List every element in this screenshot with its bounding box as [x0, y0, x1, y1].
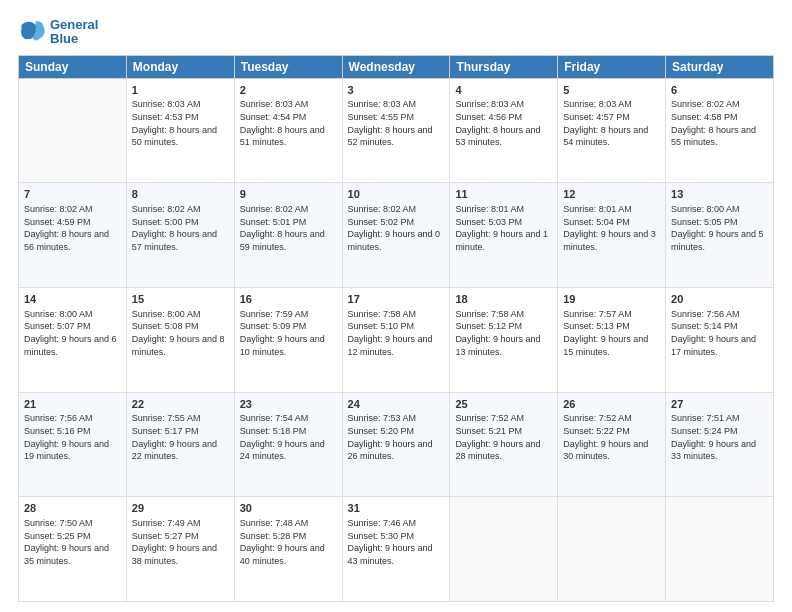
- calendar-cell: [558, 497, 666, 602]
- calendar-cell: 29Sunrise: 7:49 AMSunset: 5:27 PMDayligh…: [126, 497, 234, 602]
- calendar-cell: 1Sunrise: 8:03 AMSunset: 4:53 PMDaylight…: [126, 78, 234, 183]
- weekday-header-friday: Friday: [558, 55, 666, 78]
- calendar-cell: 28Sunrise: 7:50 AMSunset: 5:25 PMDayligh…: [19, 497, 127, 602]
- day-info: Sunrise: 7:49 AMSunset: 5:27 PMDaylight:…: [132, 517, 229, 567]
- day-number: 23: [240, 397, 337, 412]
- day-info: Sunrise: 7:51 AMSunset: 5:24 PMDaylight:…: [671, 412, 768, 462]
- weekday-header-wednesday: Wednesday: [342, 55, 450, 78]
- calendar-cell: 4Sunrise: 8:03 AMSunset: 4:56 PMDaylight…: [450, 78, 558, 183]
- weekday-header-tuesday: Tuesday: [234, 55, 342, 78]
- calendar-cell: 6Sunrise: 8:02 AMSunset: 4:58 PMDaylight…: [666, 78, 774, 183]
- week-row-2: 14Sunrise: 8:00 AMSunset: 5:07 PMDayligh…: [19, 287, 774, 392]
- day-info: Sunrise: 7:52 AMSunset: 5:22 PMDaylight:…: [563, 412, 660, 462]
- day-info: Sunrise: 8:02 AMSunset: 5:00 PMDaylight:…: [132, 203, 229, 253]
- day-number: 12: [563, 187, 660, 202]
- calendar-cell: 20Sunrise: 7:56 AMSunset: 5:14 PMDayligh…: [666, 287, 774, 392]
- day-number: 27: [671, 397, 768, 412]
- calendar-cell: 13Sunrise: 8:00 AMSunset: 5:05 PMDayligh…: [666, 183, 774, 288]
- calendar-cell: 15Sunrise: 8:00 AMSunset: 5:08 PMDayligh…: [126, 287, 234, 392]
- day-info: Sunrise: 8:01 AMSunset: 5:04 PMDaylight:…: [563, 203, 660, 253]
- weekday-header-sunday: Sunday: [19, 55, 127, 78]
- day-info: Sunrise: 8:03 AMSunset: 4:54 PMDaylight:…: [240, 98, 337, 148]
- day-info: Sunrise: 8:02 AMSunset: 4:59 PMDaylight:…: [24, 203, 121, 253]
- header: General Blue: [18, 18, 774, 47]
- day-info: Sunrise: 7:56 AMSunset: 5:14 PMDaylight:…: [671, 308, 768, 358]
- day-number: 25: [455, 397, 552, 412]
- day-number: 18: [455, 292, 552, 307]
- calendar-cell: 25Sunrise: 7:52 AMSunset: 5:21 PMDayligh…: [450, 392, 558, 497]
- day-info: Sunrise: 8:00 AMSunset: 5:08 PMDaylight:…: [132, 308, 229, 358]
- day-info: Sunrise: 8:02 AMSunset: 5:01 PMDaylight:…: [240, 203, 337, 253]
- page: General Blue SundayMondayTuesdayWednesda…: [0, 0, 792, 612]
- calendar-cell: 17Sunrise: 7:58 AMSunset: 5:10 PMDayligh…: [342, 287, 450, 392]
- day-number: 14: [24, 292, 121, 307]
- logo-icon: [18, 18, 46, 46]
- calendar-cell: 7Sunrise: 8:02 AMSunset: 4:59 PMDaylight…: [19, 183, 127, 288]
- day-info: Sunrise: 7:55 AMSunset: 5:17 PMDaylight:…: [132, 412, 229, 462]
- calendar-cell: 16Sunrise: 7:59 AMSunset: 5:09 PMDayligh…: [234, 287, 342, 392]
- calendar-cell: 10Sunrise: 8:02 AMSunset: 5:02 PMDayligh…: [342, 183, 450, 288]
- day-info: Sunrise: 7:50 AMSunset: 5:25 PMDaylight:…: [24, 517, 121, 567]
- day-number: 8: [132, 187, 229, 202]
- calendar-cell: [450, 497, 558, 602]
- day-info: Sunrise: 8:03 AMSunset: 4:55 PMDaylight:…: [348, 98, 445, 148]
- calendar-cell: 23Sunrise: 7:54 AMSunset: 5:18 PMDayligh…: [234, 392, 342, 497]
- day-number: 7: [24, 187, 121, 202]
- calendar-cell: 30Sunrise: 7:48 AMSunset: 5:28 PMDayligh…: [234, 497, 342, 602]
- day-info: Sunrise: 7:57 AMSunset: 5:13 PMDaylight:…: [563, 308, 660, 358]
- calendar-cell: 18Sunrise: 7:58 AMSunset: 5:12 PMDayligh…: [450, 287, 558, 392]
- day-number: 24: [348, 397, 445, 412]
- calendar-cell: 19Sunrise: 7:57 AMSunset: 5:13 PMDayligh…: [558, 287, 666, 392]
- calendar-cell: 2Sunrise: 8:03 AMSunset: 4:54 PMDaylight…: [234, 78, 342, 183]
- day-number: 22: [132, 397, 229, 412]
- calendar-cell: 9Sunrise: 8:02 AMSunset: 5:01 PMDaylight…: [234, 183, 342, 288]
- calendar-cell: 22Sunrise: 7:55 AMSunset: 5:17 PMDayligh…: [126, 392, 234, 497]
- day-info: Sunrise: 8:02 AMSunset: 5:02 PMDaylight:…: [348, 203, 445, 253]
- calendar-cell: 21Sunrise: 7:56 AMSunset: 5:16 PMDayligh…: [19, 392, 127, 497]
- calendar-cell: 11Sunrise: 8:01 AMSunset: 5:03 PMDayligh…: [450, 183, 558, 288]
- weekday-header-saturday: Saturday: [666, 55, 774, 78]
- calendar-table: SundayMondayTuesdayWednesdayThursdayFrid…: [18, 55, 774, 602]
- day-number: 19: [563, 292, 660, 307]
- weekday-header-thursday: Thursday: [450, 55, 558, 78]
- day-number: 28: [24, 501, 121, 516]
- day-number: 11: [455, 187, 552, 202]
- day-number: 26: [563, 397, 660, 412]
- day-number: 1: [132, 83, 229, 98]
- day-info: Sunrise: 7:53 AMSunset: 5:20 PMDaylight:…: [348, 412, 445, 462]
- calendar-cell: 12Sunrise: 8:01 AMSunset: 5:04 PMDayligh…: [558, 183, 666, 288]
- day-number: 2: [240, 83, 337, 98]
- calendar-cell: 3Sunrise: 8:03 AMSunset: 4:55 PMDaylight…: [342, 78, 450, 183]
- calendar-cell: [19, 78, 127, 183]
- day-info: Sunrise: 7:48 AMSunset: 5:28 PMDaylight:…: [240, 517, 337, 567]
- week-row-0: 1Sunrise: 8:03 AMSunset: 4:53 PMDaylight…: [19, 78, 774, 183]
- calendar-cell: 8Sunrise: 8:02 AMSunset: 5:00 PMDaylight…: [126, 183, 234, 288]
- calendar-cell: 27Sunrise: 7:51 AMSunset: 5:24 PMDayligh…: [666, 392, 774, 497]
- calendar-cell: 26Sunrise: 7:52 AMSunset: 5:22 PMDayligh…: [558, 392, 666, 497]
- day-info: Sunrise: 8:03 AMSunset: 4:56 PMDaylight:…: [455, 98, 552, 148]
- calendar-cell: 31Sunrise: 7:46 AMSunset: 5:30 PMDayligh…: [342, 497, 450, 602]
- logo-text: General Blue: [50, 18, 98, 47]
- day-number: 20: [671, 292, 768, 307]
- day-number: 13: [671, 187, 768, 202]
- day-number: 3: [348, 83, 445, 98]
- day-number: 16: [240, 292, 337, 307]
- day-number: 5: [563, 83, 660, 98]
- day-number: 6: [671, 83, 768, 98]
- day-number: 15: [132, 292, 229, 307]
- day-number: 21: [24, 397, 121, 412]
- day-info: Sunrise: 8:02 AMSunset: 4:58 PMDaylight:…: [671, 98, 768, 148]
- day-info: Sunrise: 7:58 AMSunset: 5:10 PMDaylight:…: [348, 308, 445, 358]
- day-info: Sunrise: 7:59 AMSunset: 5:09 PMDaylight:…: [240, 308, 337, 358]
- day-info: Sunrise: 8:01 AMSunset: 5:03 PMDaylight:…: [455, 203, 552, 253]
- week-row-4: 28Sunrise: 7:50 AMSunset: 5:25 PMDayligh…: [19, 497, 774, 602]
- calendar-cell: 24Sunrise: 7:53 AMSunset: 5:20 PMDayligh…: [342, 392, 450, 497]
- day-info: Sunrise: 8:00 AMSunset: 5:07 PMDaylight:…: [24, 308, 121, 358]
- weekday-header-row: SundayMondayTuesdayWednesdayThursdayFrid…: [19, 55, 774, 78]
- day-number: 4: [455, 83, 552, 98]
- day-info: Sunrise: 7:58 AMSunset: 5:12 PMDaylight:…: [455, 308, 552, 358]
- day-info: Sunrise: 8:03 AMSunset: 4:57 PMDaylight:…: [563, 98, 660, 148]
- calendar-cell: 14Sunrise: 8:00 AMSunset: 5:07 PMDayligh…: [19, 287, 127, 392]
- calendar-cell: [666, 497, 774, 602]
- weekday-header-monday: Monday: [126, 55, 234, 78]
